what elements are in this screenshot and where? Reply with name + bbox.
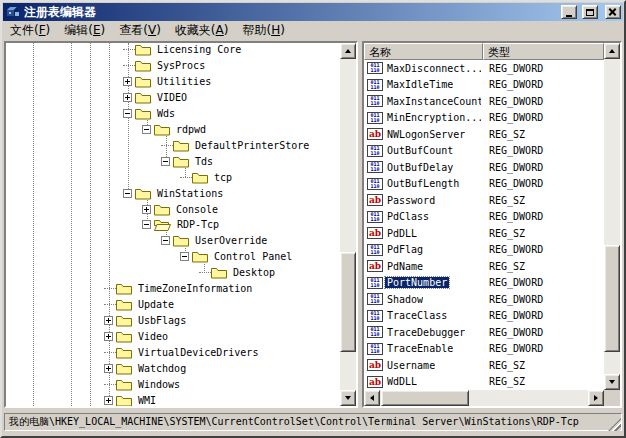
value-name[interactable]: OutBufCount bbox=[387, 145, 453, 156]
tree-expander-icon[interactable] bbox=[180, 252, 189, 261]
tree-item[interactable]: Utilities bbox=[123, 73, 213, 89]
menu-item[interactable]: 收藏夹(A) bbox=[168, 20, 236, 42]
scrollbar-thumb[interactable] bbox=[381, 390, 469, 406]
value-row[interactable]: PdFlag REG_DWORD bbox=[364, 242, 604, 259]
value-name[interactable]: PortNumber bbox=[385, 277, 449, 288]
value-row[interactable]: MaxDisconnect... REG_DWORD bbox=[364, 60, 604, 77]
value-name[interactable]: Password bbox=[387, 195, 435, 206]
tree-vertical-scrollbar[interactable] bbox=[340, 43, 356, 406]
value-row[interactable]: Username REG_SZ bbox=[364, 357, 604, 374]
tree-expander-icon[interactable] bbox=[142, 205, 151, 214]
value-row[interactable]: OutBufLength REG_DWORD bbox=[364, 176, 604, 193]
tree-expander-icon[interactable] bbox=[123, 189, 132, 198]
value-name[interactable]: MaxInstanceCount bbox=[387, 96, 481, 107]
tree-expander-icon[interactable] bbox=[104, 316, 113, 325]
value-row[interactable]: MaxIdleTime REG_DWORD bbox=[364, 77, 604, 94]
menu-item[interactable]: 查看(V) bbox=[112, 20, 168, 42]
value-row[interactable]: MaxInstanceCount REG_DWORD bbox=[364, 93, 604, 110]
tree-item[interactable]: Console bbox=[142, 201, 220, 217]
list-vertical-scrollbar[interactable] bbox=[604, 43, 620, 390]
tree-item[interactable]: Update bbox=[104, 296, 176, 312]
tree-item[interactable]: DefaultPrinterStore bbox=[161, 137, 311, 153]
value-row[interactable]: PdClass REG_DWORD bbox=[364, 209, 604, 226]
value-name[interactable]: PdFlag bbox=[387, 244, 423, 255]
tree-item[interactable]: WinStations bbox=[123, 185, 225, 201]
value-name[interactable]: PdDLL bbox=[387, 228, 417, 239]
value-row[interactable]: TraceEnable REG_DWORD bbox=[364, 341, 604, 358]
value-name[interactable]: WdDLL bbox=[387, 376, 417, 387]
value-row[interactable]: TraceClass REG_DWORD bbox=[364, 308, 604, 325]
tree-expander-icon[interactable] bbox=[104, 332, 113, 341]
tree-item[interactable]: Video bbox=[104, 328, 170, 344]
tree-expander-icon[interactable] bbox=[161, 157, 170, 166]
value-name[interactable]: TraceDebugger bbox=[387, 327, 465, 338]
tree-expander-icon[interactable] bbox=[123, 109, 132, 118]
scroll-down-button[interactable] bbox=[604, 374, 620, 390]
value-list[interactable]: MaxDisconnect... REG_DWORD MaxIdleTime R… bbox=[364, 60, 604, 390]
column-header-type[interactable]: 类型 bbox=[483, 43, 604, 60]
value-name[interactable]: TraceEnable bbox=[387, 343, 453, 354]
tree-item[interactable]: Licensing Core bbox=[123, 43, 243, 57]
tree-expander-icon[interactable] bbox=[142, 125, 151, 134]
tree-item[interactable]: tcp bbox=[180, 169, 234, 185]
tree-item[interactable]: Control Panel bbox=[180, 248, 294, 264]
value-name[interactable]: MinEncryption... bbox=[387, 112, 481, 123]
tree-expander-icon[interactable] bbox=[123, 93, 132, 102]
value-row[interactable]: Password REG_SZ bbox=[364, 192, 604, 209]
maximize-button[interactable] bbox=[582, 5, 598, 19]
tree-item[interactable]: Wds bbox=[123, 105, 177, 121]
title-bar[interactable]: 注册表编辑器 bbox=[3, 3, 623, 21]
scroll-up-button[interactable] bbox=[604, 43, 620, 59]
tree-item[interactable]: rdpwd bbox=[142, 121, 208, 137]
value-name[interactable]: OutBufDelay bbox=[387, 162, 453, 173]
scroll-left-button[interactable] bbox=[364, 390, 380, 406]
tree-item[interactable]: Desktop bbox=[199, 264, 277, 280]
tree-item[interactable]: VIDEO bbox=[123, 89, 189, 105]
tree-item[interactable]: UsbFlags bbox=[104, 312, 188, 328]
value-row[interactable]: MinEncryption... REG_DWORD bbox=[364, 110, 604, 127]
tree-item[interactable]: Watchdog bbox=[104, 360, 188, 376]
value-name[interactable]: OutBufLength bbox=[387, 178, 459, 189]
tree-item[interactable]: UserOverride bbox=[161, 232, 269, 248]
value-name[interactable]: PdName bbox=[387, 261, 423, 272]
value-name[interactable]: PdClass bbox=[387, 211, 429, 222]
tree-view[interactable]: Licensing Core SysProcs bbox=[6, 43, 340, 406]
value-row[interactable]: PortNumber REG_DWORD bbox=[364, 275, 604, 292]
tree-item[interactable]: VirtualDeviceDrivers bbox=[104, 344, 260, 360]
close-button[interactable] bbox=[605, 5, 621, 19]
value-row[interactable]: WdDLL REG_SZ bbox=[364, 374, 604, 391]
list-horizontal-scrollbar[interactable] bbox=[364, 390, 604, 406]
tree-expander-icon[interactable] bbox=[161, 236, 170, 245]
value-row[interactable]: Shadow REG_DWORD bbox=[364, 291, 604, 308]
value-row[interactable]: OutBufCount REG_DWORD bbox=[364, 143, 604, 160]
column-header-name[interactable]: 名称 bbox=[364, 43, 483, 60]
scroll-down-button[interactable] bbox=[340, 390, 356, 406]
tree-expander-icon[interactable] bbox=[142, 220, 151, 229]
tree-item[interactable]: WMI bbox=[104, 392, 158, 406]
tree-item[interactable]: TimeZoneInformation bbox=[104, 280, 254, 296]
menu-item[interactable]: 帮助(H) bbox=[235, 20, 291, 42]
value-row[interactable]: PdName REG_SZ bbox=[364, 258, 604, 275]
minimize-button[interactable] bbox=[561, 5, 577, 19]
value-row[interactable]: PdDLL REG_SZ bbox=[364, 225, 604, 242]
menu-item[interactable]: 编辑(E) bbox=[57, 20, 112, 42]
tree-expander-icon[interactable] bbox=[123, 77, 132, 86]
scroll-up-button[interactable] bbox=[340, 43, 356, 59]
tree-item[interactable]: SysProcs bbox=[123, 57, 207, 73]
value-name[interactable]: Username bbox=[387, 360, 435, 371]
scrollbar-thumb[interactable] bbox=[340, 252, 356, 352]
tree-item[interactable]: Tds bbox=[161, 153, 215, 169]
value-name[interactable]: MaxDisconnect... bbox=[387, 63, 481, 74]
tree-item[interactable]: Windows bbox=[104, 376, 182, 392]
value-name[interactable]: TraceClass bbox=[387, 310, 447, 321]
scrollbar-thumb[interactable] bbox=[604, 245, 620, 352]
value-row[interactable]: OutBufDelay REG_DWORD bbox=[364, 159, 604, 176]
value-name[interactable]: Shadow bbox=[387, 294, 423, 305]
tree-expander-icon[interactable] bbox=[104, 396, 113, 405]
value-row[interactable]: NWLogonServer REG_SZ bbox=[364, 126, 604, 143]
scroll-right-button[interactable] bbox=[588, 390, 604, 406]
value-name[interactable]: NWLogonServer bbox=[387, 129, 465, 140]
tree-expander-icon[interactable] bbox=[104, 364, 113, 373]
menu-item[interactable]: 文件(F) bbox=[3, 20, 57, 42]
value-name[interactable]: MaxIdleTime bbox=[387, 79, 453, 90]
